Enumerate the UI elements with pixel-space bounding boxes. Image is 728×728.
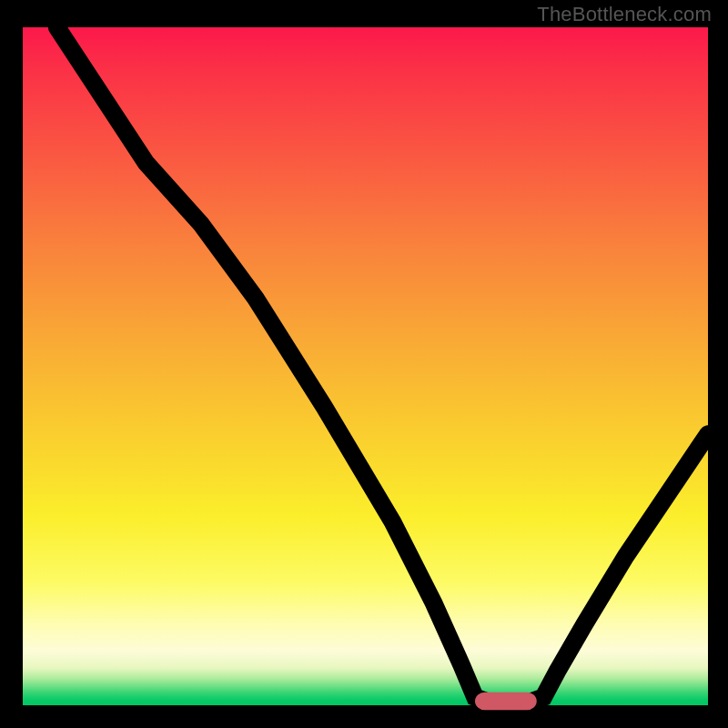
optimal-marker bbox=[479, 696, 533, 707]
watermark-text: TheBottleneck.com bbox=[537, 3, 712, 26]
plot-area bbox=[23, 27, 708, 705]
chart-svg bbox=[23, 27, 708, 705]
bottleneck-curve bbox=[57, 27, 708, 702]
